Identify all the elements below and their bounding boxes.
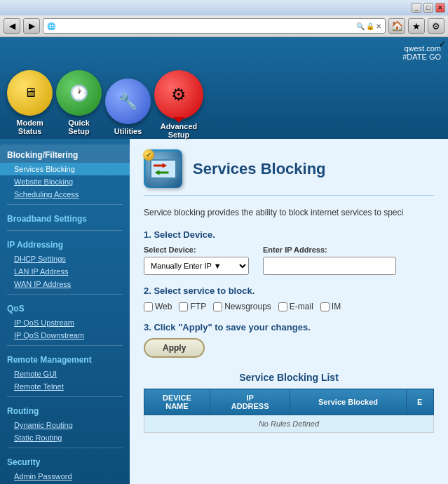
service-checkboxes: Web FTP Newsgroups E-mail IM	[144, 302, 434, 311]
email-label: E-mail	[290, 302, 313, 311]
modem-status-icon: 🖥 ✓	[7, 70, 53, 116]
sidebar-section-routing[interactable]: Routing	[0, 401, 130, 419]
divider-5	[7, 396, 123, 397]
sidebar-item-remote-telnet[interactable]: Remote Telnet	[0, 380, 130, 393]
date-label: #DATE GO	[402, 53, 441, 61]
newsgroups-checkbox-label: Newsgroups	[213, 302, 271, 311]
sidebar-section-blocking-filtering[interactable]: Blocking/Filtering	[0, 144, 130, 163]
address-bar-icons: 🔍 🔒 ✕	[356, 22, 381, 30]
security-icon: 🔒	[366, 22, 374, 30]
quick-setup-icon: 🕐	[56, 70, 102, 116]
ftp-checkbox[interactable]	[179, 302, 188, 311]
utilities-label: Utilities	[114, 127, 142, 135]
page-title-area: ✓ Services Blocking	[144, 149, 434, 196]
close-button[interactable]: ✕	[435, 3, 445, 13]
web-checkbox-label: Web	[144, 302, 172, 311]
web-checkbox[interactable]	[144, 302, 153, 311]
email-checkbox[interactable]	[278, 302, 287, 311]
im-checkbox-label: IM	[320, 302, 341, 311]
sidebar-item-admin-password[interactable]: Admin Password	[0, 470, 130, 483]
nav-bar: ◀ ▶ 🌐 192.168.0.1 🔍 🔒 ✕ 🏠 ★ ⚙	[0, 15, 448, 36]
newsgroups-label: Newsgroups	[224, 302, 271, 311]
title-bar: _ □ ✕	[0, 0, 448, 15]
step2-label: 2. Select service to block.	[144, 285, 434, 296]
sidebar-section-remote-management[interactable]: Remote Management	[0, 349, 130, 368]
web-label: Web	[155, 302, 172, 311]
page-wrapper: qwest.com #DATE GO 🖥 ✓ ModemStatus 🕐 Qui…	[0, 37, 448, 484]
tools-button[interactable]: ⚙	[428, 18, 444, 34]
sidebar-item-remote-gui[interactable]: Remote GUI	[0, 368, 130, 380]
sidebar-section-qos[interactable]: QoS	[0, 298, 130, 316]
main-content: ✓ Services Blocking Service blocking pro…	[130, 139, 448, 484]
device-select[interactable]: Manually Enter IP ▼	[144, 257, 249, 275]
sidebar-item-lan-ip-address[interactable]: LAN IP Address	[0, 265, 130, 278]
divider-4	[7, 345, 123, 346]
no-rules-label: No Rules Defined	[144, 415, 434, 433]
advanced-setup-label: AdvancedSetup	[161, 122, 198, 139]
advanced-setup-icon: ⚙	[154, 70, 203, 119]
im-checkbox[interactable]	[320, 302, 330, 311]
divider-2	[7, 230, 123, 231]
site-domain: qwest.com	[402, 44, 441, 53]
site-info: qwest.com #DATE GO	[402, 44, 441, 61]
sidebar-item-dhcp-settings[interactable]: DHCP Settings	[0, 253, 130, 265]
col-ip-address: IPADDRESS	[210, 389, 290, 415]
quick-setup-label: QuickSetup	[68, 119, 90, 135]
im-label: IM	[332, 302, 341, 311]
ip-address-group: Enter IP Address:	[263, 246, 396, 275]
divider-3	[7, 294, 123, 295]
sidebar-item-scheduling-access[interactable]: Scheduling Access	[0, 188, 130, 201]
sidebar-item-ip-qos-downstream[interactable]: IP QoS Downstream	[0, 329, 130, 342]
favorites-button[interactable]: ★	[408, 18, 425, 34]
ftp-label: FTP	[190, 302, 206, 311]
ip-address-input[interactable]	[263, 257, 396, 275]
no-rules-row: No Rules Defined	[144, 415, 434, 433]
maximize-button[interactable]: □	[423, 3, 433, 13]
top-navigation: qwest.com #DATE GO 🖥 ✓ ModemStatus 🕐 Qui…	[0, 37, 448, 139]
service-blocking-table: DEVICENAME IPADDRESS Service Blocked E N…	[144, 389, 434, 433]
nav-quick-setup[interactable]: 🕐 QuickSetup	[56, 70, 102, 135]
nav-advanced-setup[interactable]: ⚙ AdvancedSetup	[154, 70, 203, 139]
step3-label: 3. Click "Apply" to save your changes.	[144, 322, 434, 332]
close-address-icon[interactable]: ✕	[376, 22, 381, 30]
nav-utilities[interactable]: 🔧 Utilities	[105, 79, 151, 135]
device-select-group: Select Device: Manually Enter IP ▼	[144, 246, 249, 275]
page-description: Service blocking provides the ability to…	[144, 206, 434, 219]
home-button[interactable]: 🏠	[388, 18, 405, 34]
apply-button[interactable]: Apply	[144, 338, 205, 358]
search-icon: 🔍	[356, 22, 365, 30]
col-extra: E	[406, 389, 433, 415]
sidebar-section-security[interactable]: Security	[0, 452, 130, 470]
ftp-checkbox-label: FTP	[179, 302, 206, 311]
col-device-name: DEVICENAME	[144, 389, 210, 415]
sidebar-item-services-blocking[interactable]: Services Blocking	[0, 163, 130, 175]
address-bar: 🌐 192.168.0.1 🔍 🔒 ✕	[43, 18, 386, 34]
sidebar-item-static-routing[interactable]: Static Routing	[0, 431, 130, 444]
lock-icon: 🌐	[47, 22, 55, 30]
sidebar-item-ip-qos-upstream[interactable]: IP QoS Upstream	[0, 316, 130, 329]
sidebar: Blocking/Filtering Services Blocking Web…	[0, 139, 130, 484]
step1-label: 1. Select Device.	[144, 229, 434, 240]
sidebar-item-wan-ip-address[interactable]: WAN IP Address	[0, 278, 130, 290]
divider-6	[7, 448, 123, 448]
sidebar-section-ip-addressing[interactable]: IP Addressing	[0, 234, 130, 253]
forward-button[interactable]: ▶	[23, 18, 40, 34]
sidebar-item-website-blocking[interactable]: Website Blocking	[0, 175, 130, 188]
newsgroups-checkbox[interactable]	[213, 302, 222, 311]
email-checkbox-label: E-mail	[278, 302, 313, 311]
content-area: Blocking/Filtering Services Blocking Web…	[0, 139, 448, 484]
minimize-button[interactable]: _	[412, 3, 421, 13]
browser-chrome: _ □ ✕ ◀ ▶ 🌐 192.168.0.1 🔍 🔒 ✕ 🏠 ★ ⚙	[0, 0, 448, 37]
table-header-row: DEVICENAME IPADDRESS Service Blocked E	[144, 389, 434, 415]
address-input[interactable]: 192.168.0.1	[58, 22, 353, 30]
page-icon: ✓	[144, 149, 182, 188]
modem-status-label: ModemStatus	[16, 119, 43, 135]
nav-modem-status[interactable]: 🖥 ✓ ModemStatus	[7, 70, 53, 135]
sidebar-section-broadband-settings[interactable]: Broadband Settings	[0, 208, 130, 227]
ip-address-label: Enter IP Address:	[263, 246, 396, 254]
back-button[interactable]: ◀	[4, 18, 20, 34]
sidebar-item-dynamic-routing[interactable]: Dynamic Routing	[0, 419, 130, 431]
device-select-label: Select Device:	[144, 246, 249, 254]
table-title: Service Blocking List	[144, 372, 434, 383]
page-title: Services Blocking	[193, 160, 326, 178]
